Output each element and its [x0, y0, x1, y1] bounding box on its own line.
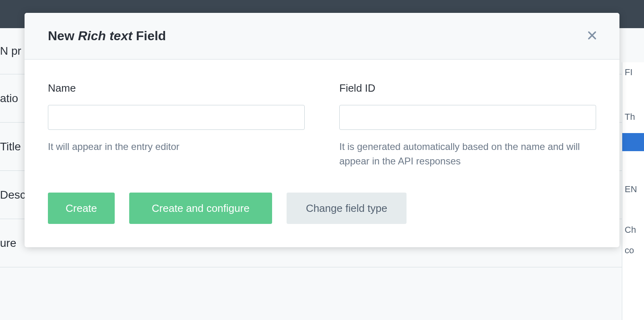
modal-body: Name It will appear in the entry editor …: [25, 59, 619, 193]
name-field-group: Name It will appear in the entry editor: [48, 82, 305, 168]
change-field-type-button[interactable]: Change field type: [287, 193, 407, 224]
close-button[interactable]: [584, 27, 600, 45]
modal-overlay: New Rich text Field Name It will appear …: [0, 0, 644, 320]
name-help-text: It will appear in the entry editor: [48, 139, 305, 154]
new-field-modal: New Rich text Field Name It will appear …: [25, 13, 619, 247]
title-field-type: Rich text: [78, 29, 132, 43]
title-suffix: Field: [132, 29, 166, 43]
field-id-group: Field ID It is generated automatically b…: [339, 82, 596, 168]
name-input[interactable]: [48, 105, 305, 130]
modal-title: New Rich text Field: [48, 29, 166, 43]
modal-header: New Rich text Field: [25, 13, 619, 59]
field-id-input[interactable]: [339, 105, 596, 130]
field-id-help-text: It is generated automatically based on t…: [339, 139, 596, 168]
create-and-configure-button[interactable]: Create and configure: [129, 193, 272, 224]
field-id-label: Field ID: [339, 82, 596, 94]
close-icon: [586, 30, 598, 42]
title-prefix: New: [48, 29, 78, 43]
name-label: Name: [48, 82, 305, 94]
create-button[interactable]: Create: [48, 193, 115, 224]
modal-footer: Create Create and configure Change field…: [25, 193, 619, 247]
